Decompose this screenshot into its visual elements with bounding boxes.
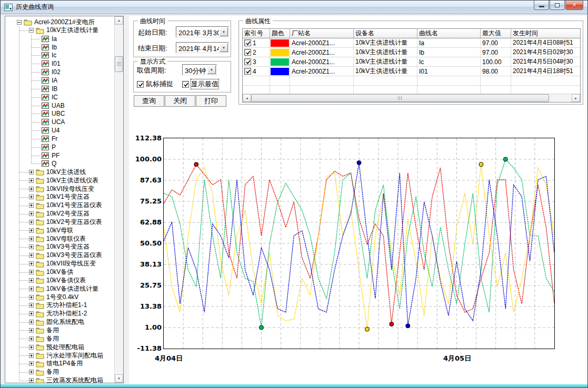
checkbox-checked-icon[interactable] <box>244 39 251 46</box>
tree-item-curve[interactable]: Ia <box>41 35 57 43</box>
tree-item-folder[interactable]: 10kV1号变压器 <box>29 193 89 201</box>
tree-item-folder[interactable]: 10kV主供进线 <box>29 168 86 176</box>
tree-item-curve[interactable]: Ic <box>41 51 56 59</box>
expand-expander-icon[interactable] <box>29 287 34 291</box>
tree-item-folder[interactable]: 10kV主供进线仪表 <box>29 176 98 185</box>
tree-item-curve[interactable]: I02 <box>41 68 61 76</box>
tree-item-folder[interactable]: 10kV2号变压器仪表 <box>29 218 102 226</box>
tree-item-folder[interactable]: 10kV1号变压器仪表 <box>29 201 102 210</box>
close-dialog-button[interactable]: 关闭 <box>165 95 195 107</box>
expand-expander-icon[interactable] <box>29 211 34 216</box>
tree-item-curve[interactable]: IC <box>41 93 58 101</box>
expand-expander-icon[interactable] <box>29 244 34 249</box>
tree-item-curve[interactable]: UAB <box>41 101 65 110</box>
grid-header-5[interactable]: 最大值 <box>481 29 511 38</box>
tree-item-folder[interactable]: 10kV备供仪表 <box>29 276 86 284</box>
tree-item-folder[interactable]: 10kV2号变压器 <box>29 210 89 218</box>
tree-item-curve[interactable]: IB <box>41 85 57 93</box>
expand-expander-icon[interactable] <box>29 220 34 224</box>
tree-item-folder[interactable]: 10kV3号变压器 <box>29 243 89 251</box>
tree-item-folder[interactable]: 10kV备供进线计量 <box>29 284 98 293</box>
tree-item-folder[interactable]: 10kVI段母线压变 <box>29 185 94 193</box>
show-extremes-checkbox[interactable]: 显示最值 <box>182 79 218 89</box>
checkbox-checked-icon[interactable] <box>244 49 251 56</box>
expand-expander-icon[interactable] <box>29 187 34 191</box>
titlebar[interactable]: 历史曲线查询 ✕ <box>1 1 587 14</box>
tree-item-curve[interactable]: Fr <box>41 135 57 143</box>
end-date-combo[interactable]: 2021年 4月14 ▼ <box>176 42 229 53</box>
checkbox-checked-icon[interactable] <box>244 58 251 65</box>
chevron-down-icon[interactable]: ▼ <box>220 43 228 52</box>
tree-scrollbar[interactable]: ▲ ▼ <box>114 16 123 383</box>
chevron-down-icon[interactable]: ▼ <box>220 27 228 36</box>
print-button[interactable]: 打印 <box>196 95 226 107</box>
tree-item-group[interactable]: 10kV主供进线计量 <box>29 26 98 35</box>
tree-item-curve[interactable]: U4 <box>41 126 59 135</box>
expand-expander-icon[interactable] <box>29 261 34 266</box>
query-button[interactable]: 查询 <box>134 95 164 107</box>
grid-header-0[interactable]: 索引号 <box>243 29 270 38</box>
tree-item-curve[interactable]: IA <box>41 76 57 85</box>
grid-header-2[interactable]: 厂站名 <box>290 29 354 38</box>
expand-expander-icon[interactable] <box>29 336 34 341</box>
tree-item-curve[interactable]: UBC <box>41 109 65 118</box>
tree-item-folder[interactable]: 三效蒸发系统配电箱 <box>29 376 103 383</box>
expand-expander-icon[interactable] <box>29 237 34 241</box>
tree-scrollbar-thumb[interactable] <box>115 56 123 72</box>
tree-item-curve[interactable]: I01 <box>41 59 61 68</box>
curve-plot[interactable] <box>164 138 554 349</box>
minimize-button[interactable] <box>534 1 549 10</box>
grid-hscrollbar[interactable]: ◄► <box>243 94 580 102</box>
tree-item-curve[interactable]: Ib <box>41 43 57 52</box>
tree-item-folder[interactable]: 10kVII段母线压变 <box>29 260 96 268</box>
expand-expander-icon[interactable] <box>29 328 34 333</box>
tree-item-folder[interactable]: 10kV3号变压器仪表 <box>29 251 102 260</box>
tree-item-folder[interactable]: 备用 <box>29 334 59 343</box>
table-row[interactable]: 4Acrel-2000Z1...10kV主供进线计量I0198.002021年4… <box>243 67 580 76</box>
tree-item-folder[interactable]: 备用 <box>29 326 59 334</box>
expand-expander-icon[interactable] <box>29 278 34 283</box>
scroll-left-arrow[interactable]: ◄ <box>243 94 251 102</box>
expand-expander-icon[interactable] <box>29 203 34 208</box>
expand-expander-icon[interactable] <box>29 170 34 175</box>
tree-item-folder[interactable]: 1号变0.4kV <box>29 293 78 301</box>
expand-expander-icon[interactable] <box>29 311 34 316</box>
tree-item-folder[interactable]: 无功补偿柜1-2 <box>29 310 87 318</box>
tree-item-curve[interactable]: Q <box>41 159 56 168</box>
scroll-up-arrow[interactable]: ▲ <box>115 16 123 25</box>
tree-item-folder[interactable]: 无功补偿柜1-1 <box>29 301 87 310</box>
expand-expander-icon[interactable] <box>29 353 34 358</box>
table-row[interactable]: 3Acrel-2000Z1...10kV主供进线计量Ic100.002021年4… <box>243 57 580 67</box>
expand-expander-icon[interactable] <box>29 228 34 233</box>
collapse-expander-icon[interactable] <box>17 20 22 25</box>
expand-expander-icon[interactable] <box>29 253 34 258</box>
checkbox-checked-icon[interactable] <box>244 68 251 75</box>
tree-item-root[interactable]: Acrel-2000Z1#变电所 <box>17 18 95 26</box>
close-button[interactable]: ✕ <box>565 1 583 10</box>
expand-expander-icon[interactable] <box>29 361 34 366</box>
checkbox-checked-icon[interactable] <box>137 81 144 88</box>
start-date-combo[interactable]: 2021年 3月30 ▼ <box>176 26 229 37</box>
expand-expander-icon[interactable] <box>29 178 34 183</box>
expand-expander-icon[interactable] <box>29 303 34 308</box>
tree-item-folder[interactable]: 10kV母联仪表 <box>29 234 86 243</box>
checkbox-checked-icon[interactable] <box>182 81 189 88</box>
expand-expander-icon[interactable] <box>29 270 34 274</box>
tree-item-folder[interactable]: 固化系统配电 <box>29 318 84 326</box>
chevron-down-icon[interactable]: ▼ <box>207 65 216 74</box>
period-combo[interactable]: 30分钟 ▼ <box>182 64 217 75</box>
table-row[interactable]: 1Acrel-2000Z1...10kV主供进线计量Ia97.002021年4月… <box>243 38 580 48</box>
mouse-capture-checkbox[interactable]: 鼠标捕捉 <box>137 79 173 89</box>
collapse-expander-icon[interactable] <box>29 28 34 33</box>
grid-hscrollbar-thumb[interactable] <box>251 94 549 102</box>
tree-item-folder[interactable]: 预处理配电箱 <box>29 343 84 351</box>
grid-header-6[interactable]: 发生时间 <box>511 29 581 38</box>
tree-item-folder[interactable]: 10kV备供 <box>29 268 73 277</box>
scroll-right-arrow[interactable]: ► <box>572 94 580 102</box>
expand-expander-icon[interactable] <box>29 195 34 199</box>
expand-expander-icon[interactable] <box>29 320 34 324</box>
expand-expander-icon[interactable] <box>29 370 34 374</box>
tree-item-folder[interactable]: 10kV母联 <box>29 226 73 234</box>
grid-header-1[interactable]: 颜色 <box>270 29 290 38</box>
tree-item-folder[interactable]: 污水处理车间配电箱 <box>29 351 103 360</box>
